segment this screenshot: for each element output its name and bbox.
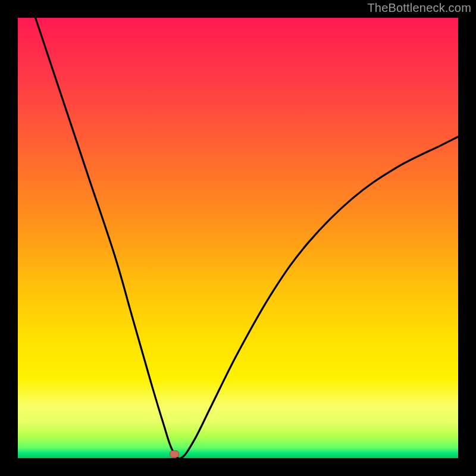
chart-plot-area [18,18,458,458]
chart-stage: TheBottleneck.com [0,0,476,476]
chart-curve-svg [18,18,458,458]
watermark-label: TheBottleneck.com [367,1,471,15]
bottleneck-marker [170,450,179,458]
bottleneck-curve-path [36,18,458,459]
